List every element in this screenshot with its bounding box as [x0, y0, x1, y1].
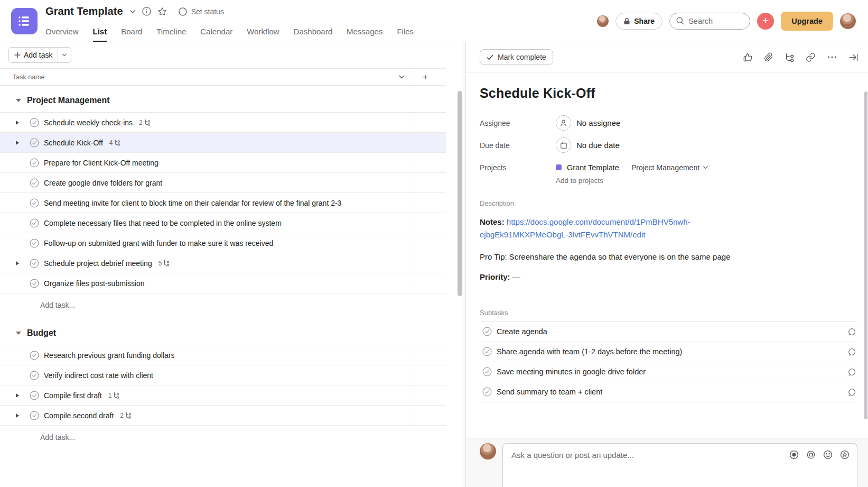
task-row[interactable]: Schedule weekly check-ins 2	[0, 113, 446, 133]
check-circle-icon[interactable]	[30, 158, 39, 168]
project-name[interactable]: Grant Template	[567, 163, 619, 172]
assignee-placeholder-icon[interactable]	[556, 115, 571, 131]
section-header-project-management[interactable]: Project Management	[0, 86, 465, 112]
task-row[interactable]: Research previous grant funding dollars	[0, 345, 446, 365]
add-task-inline[interactable]: Add task...	[0, 293, 465, 316]
add-task-button[interactable]: Add task	[8, 47, 71, 63]
expand-arrow-icon[interactable]	[15, 393, 23, 398]
task-row[interactable]: Verify indirect cost rate with client	[0, 365, 446, 385]
upgrade-button[interactable]: Upgrade	[781, 12, 833, 31]
check-circle-icon[interactable]	[30, 138, 39, 148]
task-row-selected[interactable]: Schedule Kick-Off 4	[0, 133, 446, 153]
attachment-paperclip-icon[interactable]	[764, 52, 773, 62]
description-label: Description	[480, 199, 857, 207]
comment-bubble-icon[interactable]	[847, 388, 856, 397]
chevron-down-icon[interactable]	[129, 8, 136, 15]
check-circle-icon[interactable]	[482, 327, 492, 336]
comment-bubble-icon[interactable]	[847, 347, 856, 356]
tab-list[interactable]: List	[93, 27, 107, 42]
tab-messages[interactable]: Messages	[347, 27, 382, 42]
task-detail-title[interactable]: Schedule Kick-Off	[480, 86, 857, 101]
due-date-calendar-icon[interactable]	[556, 137, 571, 153]
pro-tip-text[interactable]: Pro Tip: Screenshare the agenda so that …	[480, 252, 857, 261]
like-thumbs-up-icon[interactable]	[743, 52, 753, 62]
add-task-menu-button[interactable]	[58, 48, 71, 62]
add-subtask-icon[interactable]	[785, 52, 795, 62]
task-row[interactable]: Compile first draft 1	[0, 385, 446, 406]
expand-arrow-icon[interactable]	[15, 413, 23, 418]
check-circle-icon[interactable]	[30, 218, 39, 228]
set-status-button[interactable]: Set status	[179, 7, 224, 16]
subtask-row[interactable]: Share agenda with team (1-2 days before …	[480, 342, 857, 362]
search-bar[interactable]	[669, 13, 750, 30]
expand-arrow-icon[interactable]	[15, 120, 23, 125]
appreciation-star-icon[interactable]	[840, 450, 850, 460]
check-circle-icon[interactable]	[482, 387, 492, 397]
project-section-selector[interactable]: Project Management	[631, 163, 708, 172]
check-circle-icon[interactable]	[30, 178, 39, 188]
member-avatar[interactable]	[597, 15, 609, 27]
list-toolbar: Add task	[0, 42, 465, 68]
check-circle-icon[interactable]	[30, 391, 39, 400]
description-text[interactable]: Notes: https://docs.google.com/document/…	[480, 216, 776, 242]
check-circle-icon[interactable]	[30, 351, 39, 360]
check-circle-icon[interactable]	[30, 259, 39, 268]
search-input[interactable]	[688, 17, 741, 25]
project-logo[interactable]	[11, 8, 38, 34]
tab-dashboard[interactable]: Dashboard	[294, 27, 332, 42]
expand-arrow-icon[interactable]	[15, 261, 23, 266]
task-row[interactable]: Compile second draft 2	[0, 406, 446, 426]
tab-files[interactable]: Files	[397, 27, 414, 42]
subtask-row[interactable]: Send summary to team + client	[480, 382, 857, 402]
composer-box[interactable]	[502, 443, 857, 487]
create-button[interactable]: +	[757, 13, 774, 30]
priority-text[interactable]: Priority: —	[480, 272, 857, 281]
add-task-inline[interactable]: Add task...	[0, 426, 465, 448]
tab-workflow[interactable]: Workflow	[247, 27, 279, 42]
check-circle-icon[interactable]	[30, 118, 39, 127]
mention-icon[interactable]	[806, 450, 816, 460]
check-circle-icon[interactable]	[482, 347, 492, 356]
tab-overview[interactable]: Overview	[45, 27, 79, 42]
task-row[interactable]: Send meeting invite for client to block …	[0, 193, 446, 213]
more-options-icon[interactable]	[827, 52, 837, 62]
check-circle-icon[interactable]	[30, 279, 39, 288]
user-avatar[interactable]	[840, 13, 856, 29]
task-row[interactable]: Prepare for Client Kick-Off meeting	[0, 153, 446, 173]
comment-bubble-icon[interactable]	[847, 367, 856, 376]
collapse-panel-icon[interactable]	[848, 52, 858, 62]
favorite-star-icon[interactable]	[157, 7, 167, 16]
assignee-value[interactable]: No assignee	[556, 115, 620, 131]
tab-timeline[interactable]: Timeline	[156, 27, 186, 42]
check-circle-icon[interactable]	[482, 367, 492, 376]
check-circle-icon[interactable]	[30, 198, 39, 208]
notes-link[interactable]: https://docs.google.com/document/d/1PmBH…	[480, 217, 690, 239]
task-row[interactable]: Complete necessary files that need to be…	[0, 213, 446, 233]
task-row[interactable]: Schedule project debrief meeting 5	[0, 253, 446, 273]
add-to-projects-link[interactable]: Add to projects	[556, 177, 857, 185]
copy-link-icon[interactable]	[806, 52, 816, 62]
emoji-icon[interactable]	[823, 450, 833, 460]
info-icon[interactable]	[142, 7, 151, 16]
comment-bubble-icon[interactable]	[847, 327, 856, 336]
list-scrollbar[interactable]	[458, 91, 462, 296]
detail-scrollbar[interactable]	[864, 91, 867, 419]
check-circle-icon[interactable]	[30, 238, 39, 248]
tab-board[interactable]: Board	[121, 27, 142, 42]
subtask-row[interactable]: Save meeting minutes in google drive fol…	[480, 362, 857, 382]
task-row[interactable]: Follow-up on submitted grant with funder…	[0, 233, 446, 253]
subtask-row[interactable]: Create agenda	[480, 322, 857, 342]
section-header-budget[interactable]: Budget	[0, 316, 465, 345]
tab-calendar[interactable]: Calendar	[200, 27, 232, 42]
due-date-value[interactable]: No due date	[556, 137, 620, 153]
task-row[interactable]: Create google drive folders for grant	[0, 173, 446, 193]
column-sort-chevron-icon[interactable]	[398, 73, 405, 80]
add-column-button[interactable]: +	[423, 72, 428, 82]
expand-arrow-icon[interactable]	[15, 140, 23, 145]
task-row[interactable]: Organize files post-submission	[0, 273, 446, 293]
mark-complete-button[interactable]: Mark complete	[480, 49, 553, 65]
check-circle-icon[interactable]	[30, 411, 39, 420]
check-circle-icon[interactable]	[30, 371, 39, 380]
share-button[interactable]: Share	[615, 13, 662, 30]
record-video-icon[interactable]	[789, 450, 799, 460]
